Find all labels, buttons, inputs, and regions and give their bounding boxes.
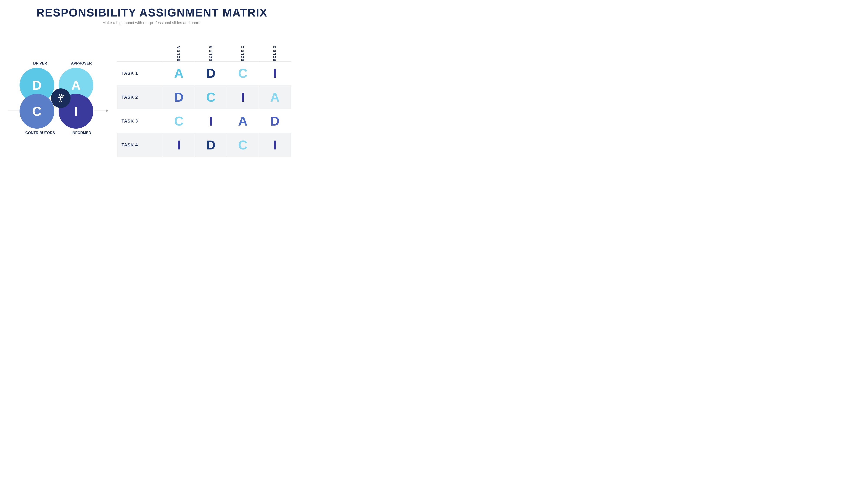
value-cell: I bbox=[227, 85, 259, 109]
main-title: RESPONSIBILITY ASSIGNMENT MATRIX bbox=[13, 6, 291, 19]
bottom-labels: CONTRIBUTORS INFORMED bbox=[20, 131, 102, 135]
task-col-header bbox=[117, 39, 163, 61]
value-cell: A bbox=[259, 85, 291, 109]
value-cell: A bbox=[163, 61, 195, 85]
value-cell: A bbox=[227, 109, 259, 133]
table-row: TASK 1ADCI bbox=[117, 61, 291, 85]
table-row: TASK 2DCIA bbox=[117, 85, 291, 109]
circle-i-letter: I bbox=[74, 104, 78, 119]
arrow-right bbox=[106, 109, 108, 112]
task-name-cell: TASK 2 bbox=[117, 85, 163, 109]
page-wrapper: RESPONSIBILITY ASSIGNMENT MATRIX Make a … bbox=[0, 0, 304, 171]
person-flag-icon bbox=[55, 93, 66, 104]
value-cell: D bbox=[259, 109, 291, 133]
circle-a-letter: A bbox=[71, 78, 81, 93]
value-cell: D bbox=[163, 85, 195, 109]
role-d-header: ROLE D bbox=[259, 39, 291, 61]
table-row: TASK 4IDCI bbox=[117, 133, 291, 157]
matrix-header-row: ROLE A ROLE B ROLE C bbox=[117, 39, 291, 61]
table-row: TASK 3CIAD bbox=[117, 109, 291, 133]
task-name-cell: TASK 1 bbox=[117, 61, 163, 85]
content-area: DRIVER APPROVER D A C bbox=[13, 32, 291, 165]
approver-label: APPROVER bbox=[63, 61, 100, 66]
daci-diagram: DRIVER APPROVER D A C bbox=[13, 61, 108, 135]
role-a-header: ROLE A bbox=[163, 39, 195, 61]
task-name: TASK 4 bbox=[122, 143, 138, 147]
svg-line-4 bbox=[61, 100, 62, 102]
svg-point-0 bbox=[59, 94, 62, 96]
role-b-label: ROLE B bbox=[209, 46, 213, 61]
role-a-label: ROLE A bbox=[177, 46, 181, 61]
subtitle: Make a big impact with our professional … bbox=[13, 21, 291, 25]
role-c-label: ROLE C bbox=[241, 46, 245, 61]
top-labels: DRIVER APPROVER bbox=[20, 61, 102, 66]
task-name: TASK 2 bbox=[122, 95, 138, 99]
value-cell: D bbox=[195, 133, 227, 157]
informed-label: INFORMED bbox=[63, 131, 100, 135]
value-cell: I bbox=[259, 61, 291, 85]
center-circle bbox=[51, 88, 70, 108]
value-cell: C bbox=[227, 133, 259, 157]
task-name-cell: TASK 3 bbox=[117, 109, 163, 133]
header: RESPONSIBILITY ASSIGNMENT MATRIX Make a … bbox=[13, 6, 291, 25]
role-b-header: ROLE B bbox=[195, 39, 227, 61]
circle-contributors: C bbox=[20, 94, 54, 128]
value-cell: D bbox=[195, 61, 227, 85]
value-cell: I bbox=[163, 133, 195, 157]
svg-line-3 bbox=[59, 100, 61, 102]
value-cell: I bbox=[195, 109, 227, 133]
task-name-cell: TASK 4 bbox=[117, 133, 163, 157]
matrix-container: ROLE A ROLE B ROLE C bbox=[117, 39, 291, 157]
role-c-header: ROLE C bbox=[227, 39, 259, 61]
matrix-table: ROLE A ROLE B ROLE C bbox=[117, 39, 291, 157]
line-left bbox=[8, 111, 20, 111]
circle-c-letter: C bbox=[32, 104, 41, 119]
value-cell: C bbox=[227, 61, 259, 85]
svg-marker-6 bbox=[63, 95, 65, 97]
circle-d-letter: D bbox=[32, 78, 41, 93]
matrix-body: TASK 1ADCITASK 2DCIATASK 3CIADTASK 4IDCI bbox=[117, 61, 291, 157]
value-cell: C bbox=[195, 85, 227, 109]
task-name: TASK 3 bbox=[122, 119, 138, 123]
driver-label: DRIVER bbox=[22, 61, 59, 66]
value-cell: I bbox=[259, 133, 291, 157]
contributors-label: CONTRIBUTORS bbox=[22, 131, 59, 135]
task-name: TASK 1 bbox=[122, 71, 138, 76]
value-cell: C bbox=[163, 109, 195, 133]
line-right bbox=[94, 111, 107, 111]
role-d-label: ROLE D bbox=[273, 46, 277, 61]
circles-container: D A C I bbox=[20, 68, 102, 128]
